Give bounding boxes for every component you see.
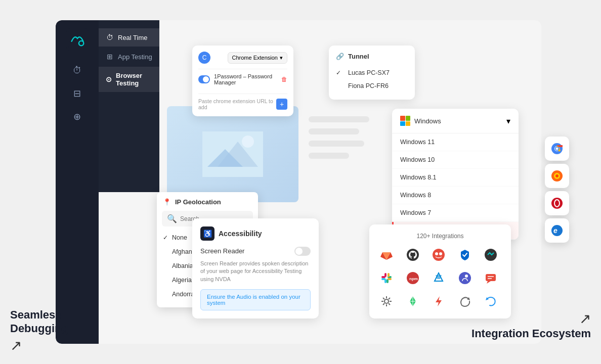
ext-toggle[interactable] [198,75,210,83]
integrations-title: 120+ Integrations [377,233,503,240]
svg-text:npm: npm [409,277,418,281]
accessibility-header: ♿ Accessibility [200,226,311,241]
int-icon-shield [456,246,474,264]
browser-icons-panel: e [545,136,569,243]
integrations-grid: npm [377,246,503,310]
ext-paste-row: Paste chrome extension URL to add + [198,94,287,110]
ie-browser-icon[interactable]: e [545,218,569,243]
check-spacer4: ✓ [163,291,168,298]
windows-logo [400,116,410,126]
check-icon: ✓ [163,234,168,241]
sidebar-menu: ⏱ Real Time ⊞ App Testing ⊙ Browser Test… [99,20,159,192]
windows-10-label: Windows 10 [400,156,435,163]
windows-8-item[interactable]: Windows 8 [392,187,519,204]
svg-point-45 [555,174,559,177]
audio-notice-text: Ensure the Audio is enabled on your syst… [207,294,300,306]
svg-point-9 [407,249,419,261]
windows-81-item[interactable]: Windows 8.1 [392,169,519,187]
svg-rect-19 [384,279,387,283]
extension-item: 1Password – Password Manager 🗑 [198,69,287,89]
geo-none-label: None [172,234,187,241]
search-icon: 🔍 [167,214,177,223]
chrome-ext-title-row: C [198,52,210,64]
int-icon-refresh [482,292,500,310]
check-spacer2: ✓ [163,262,168,269]
int-icon-gitlab [377,246,396,264]
ext-delete-icon[interactable]: 🗑 [281,76,287,83]
left-arrow-icon: ↗ [10,337,68,354]
int-icon-teams [456,269,474,287]
audio-notice: Ensure the Audio is enabled on your syst… [200,289,311,310]
windows-81-label: Windows 8.1 [400,174,437,181]
accessibility-title-label: Accessibility [219,230,262,238]
svg-rect-21 [388,278,392,280]
int-icon-buddyboss [430,246,448,264]
int-icon-github [404,246,422,264]
ip-geo-header: 📍 IP Geolocation [157,198,258,211]
svg-point-11 [435,252,438,255]
windows-os-card: Windows ▾ Windows 11 Windows 10 Windows … [392,109,519,240]
int-icon-kite [404,292,422,310]
sidebar-item-realtime[interactable]: ⏱ Real Time [99,28,159,47]
realtime-label: Real Time [118,34,148,41]
svg-point-13 [485,249,497,261]
sidebar: ⏱ ⊟ ⊕ [56,20,99,344]
sidebar-icon-speed[interactable]: ⏱ [68,61,87,80]
svg-rect-20 [388,273,390,277]
integrations-card: 120+ Integrations [369,224,511,318]
sidebar-item-browsertesting[interactable]: ⊙ Browser Testing [99,67,159,92]
screen-reader-label: Screen Reader [200,247,244,255]
accessibility-icon: ♿ [200,226,214,241]
browsertesting-label: Browser Testing [116,72,152,87]
int-icon-circle [482,246,500,264]
ip-geo-icon: 📍 [163,198,171,206]
tunnel-item-fiona[interactable]: ✓ Fiona PC-FR6 [336,79,408,93]
windows-8-label: Windows 8 [400,192,431,199]
realtime-icon: ⏱ [106,33,114,41]
windows-title-label: Windows [414,117,441,125]
windows-11-item[interactable]: Windows 11 [392,133,519,151]
check-spacer: ✓ [163,248,168,255]
tunnel-fiona-label: Fiona PC-FR6 [348,82,389,89]
ip-geo-title: IP Geolocation [175,198,221,206]
windows-10-item[interactable]: Windows 10 [392,151,519,169]
tunnel-icon: 🔗 [336,53,344,60]
svg-point-42 [556,148,559,150]
sidebar-icon-plus[interactable]: ⊕ [68,107,87,126]
svg-marker-29 [487,281,491,284]
sidebar-item-apptesting[interactable]: ⊞ App Testing [99,48,159,66]
firefox-browser-icon[interactable] [545,164,569,188]
accessibility-card: ♿ Accessibility Screen Reader Screen Rea… [192,218,319,318]
chrome-browser-icon[interactable] [545,136,569,161]
apptesting-label: App Testing [118,53,152,61]
geo-algeria-label: Algeria [172,277,192,284]
windows-title: Windows [400,116,441,126]
chrome-ext-dropdown[interactable]: Chrome Extension ▾ [228,52,288,64]
check-spacer3: ✓ [163,277,168,284]
int-icon-reload [456,292,474,310]
tunnel-item-lucas[interactable]: ✓ Lucas PC-SX7 [336,66,408,79]
opera-browser-icon[interactable] [545,191,569,215]
windows-chevron-icon[interactable]: ▾ [506,116,510,126]
sidebar-icon-grid[interactable]: ⊟ [68,84,87,103]
geo-albania-label: Albania [172,262,193,269]
seamless-text: Seamless [10,308,62,321]
int-icon-zap [430,292,448,310]
browsertesting-icon: ⊙ [106,75,112,83]
ext-paste-label: Paste chrome extension URL to add [198,98,273,110]
ext-add-button[interactable]: + [276,99,287,110]
svg-rect-15 [381,276,385,278]
int-icon-npm: npm [404,269,422,287]
integration-ecosystem-text: Integration Ecosystem [471,327,591,340]
chevron-down-icon: ▾ [280,55,283,61]
svg-point-10 [433,249,445,261]
blur-lines [309,116,379,165]
windows-7-item[interactable]: Windows 7 [392,204,519,222]
seamless-debugging-label: Seamless Debugging ↗ [10,308,68,354]
logo [66,28,89,51]
screen-reader-toggle[interactable] [294,247,311,256]
chrome-extension-card: C Chrome Extension ▾ 1Password – Passwor… [192,46,293,116]
tunnel-title-label: Tunnel [348,53,369,60]
screen-reader-description: Screen Reader provides spoken descriptio… [200,260,311,283]
tunnel-check-icon: ✓ [336,69,344,76]
